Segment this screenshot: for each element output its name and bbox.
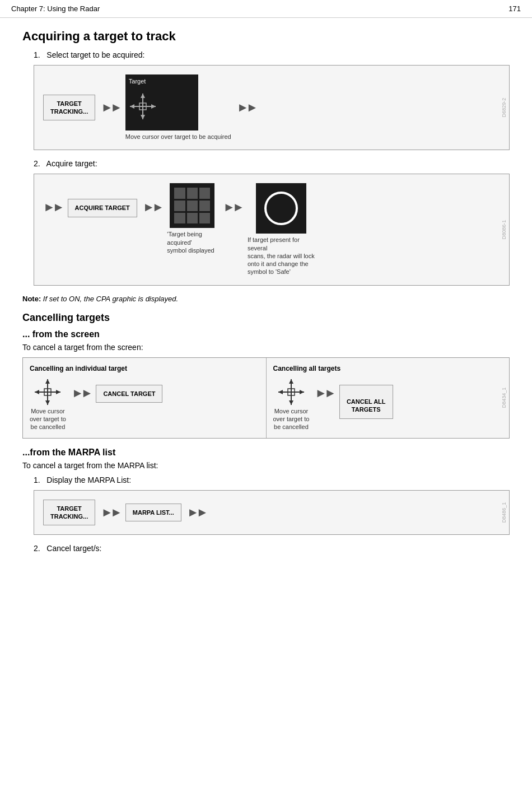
svg-marker-12: [56, 390, 60, 394]
arrow7: ►►: [315, 386, 334, 400]
svg-marker-18: [278, 390, 283, 394]
diagram2-caption2: If target present for several scans, the…: [248, 236, 315, 276]
diagram1-side-id: D6829-2: [501, 98, 507, 118]
sub2-text: To cancel a target from the MARPA list:: [22, 461, 510, 470]
col2-header: Cancelling all targets: [273, 365, 503, 372]
col2-caption: Move cursor over target to be cancelled: [273, 407, 310, 431]
page-header: Chapter 7: Using the Radar 171: [0, 0, 532, 18]
diagram3-cols: Cancelling an individual target: [23, 358, 509, 438]
note-content: If set to ON, the CPA graphic is display…: [43, 295, 178, 303]
cursor1-container: Move cursor over target to be cancelled: [30, 378, 66, 431]
crosshair-display: [129, 86, 157, 127]
diagram3-side-id: D8434_1: [501, 388, 507, 408]
diagram1-row: TARGET TRACKING... ►► Target: [43, 74, 500, 141]
section1-title: Acquiring a target to track: [22, 29, 510, 44]
note: Note: If set to ON, the CPA graphic is d…: [22, 295, 510, 303]
cursor2-container: Move cursor over target to be cancelled: [273, 378, 310, 431]
marpa-list-button[interactable]: MARPA LIST...: [125, 504, 181, 521]
diagram2-caption1: 'Target being acquired' symbol displayed: [167, 230, 217, 254]
step1-label: 1. Select target to be acquired:: [34, 50, 510, 59]
chapter-label: Chapter 7: Using the Radar: [11, 4, 100, 13]
target-tracking-button2[interactable]: TARGET TRACKING...: [43, 500, 95, 526]
col1-caption: Move cursor over target to be cancelled: [30, 407, 66, 431]
diagram1-caption: Move cursor over target to be acquired: [125, 133, 231, 141]
section2-title: Cancelling targets: [22, 312, 510, 324]
acquire-target-button[interactable]: ACQUIRE TARGET: [68, 199, 137, 217]
diagram3: Cancelling an individual target: [22, 357, 510, 439]
target-dark-box: Target: [125, 74, 198, 130]
arrow1: ►►: [101, 100, 120, 115]
svg-marker-9: [45, 379, 50, 384]
marpa-step1: 1. Display the MARPA List:: [34, 476, 510, 484]
svg-marker-10: [45, 400, 50, 405]
cancel-target-button[interactable]: CANCEL TARGET: [96, 385, 162, 403]
target-tracking-button[interactable]: TARGET TRACKING...: [43, 95, 95, 121]
target-cursor-container: Target: [125, 74, 231, 141]
col-all: Cancelling all targets Mov: [267, 358, 510, 438]
svg-marker-5: [151, 104, 156, 109]
svg-marker-11: [35, 390, 39, 394]
page-number: 171: [508, 4, 521, 13]
sub1-title: ... from the screen: [22, 329, 510, 339]
diagram2-side-id: D8086-1: [501, 220, 507, 240]
svg-marker-2: [141, 94, 145, 98]
arrow8: ►►: [101, 505, 120, 520]
svg-marker-4: [130, 104, 134, 109]
arrow6: ►►: [72, 386, 91, 400]
cancel-all-targets-button[interactable]: CANCEL ALL TARGETS: [339, 385, 393, 419]
diagram4-row: TARGET TRACKING... ►► MARPA LIST... ►►: [43, 500, 500, 526]
sub1-text: To cancel a target from the screen:: [22, 343, 510, 352]
arrow5: ►►: [223, 200, 242, 215]
acquiring-symbol-container: 'Target being acquired' symbol displayed: [167, 183, 217, 254]
cursor1-icon: [34, 378, 62, 406]
svg-marker-3: [141, 115, 145, 119]
diagram2-row: ►► ACQUIRE TARGET ►►: [43, 183, 500, 276]
diagram2: ►► ACQUIRE TARGET ►►: [34, 174, 510, 285]
safe-symbol: [256, 183, 306, 234]
diagram4: TARGET TRACKING... ►► MARPA LIST... ►► D…: [34, 490, 510, 535]
crosshair-icon: [129, 92, 157, 120]
marpa-step2: 2. Cancel target/s:: [34, 544, 510, 553]
diagram4-side-id: D8486_1: [501, 502, 507, 523]
col2-row: Move cursor over target to be cancelled …: [273, 378, 503, 431]
cursor2-icon: [277, 378, 305, 406]
acquiring-symbol: [170, 183, 214, 228]
step2-label: 2. Acquire target:: [34, 159, 510, 168]
page-content: Acquiring a target to track 1. Select ta…: [0, 18, 532, 570]
sub2-title: ...from the MARPA list: [22, 448, 510, 458]
safe-circle-icon: [264, 192, 298, 225]
arrow2: ►►: [237, 100, 256, 115]
svg-marker-16: [289, 379, 293, 384]
svg-marker-19: [300, 390, 304, 394]
svg-marker-17: [289, 400, 293, 405]
diagram1: TARGET TRACKING... ►► Target: [34, 65, 510, 150]
arrow4: ►►: [143, 200, 162, 215]
col-individual: Cancelling an individual target: [23, 358, 266, 438]
safe-symbol-container: If target present for several scans, the…: [248, 183, 315, 276]
note-label: Note:: [22, 295, 41, 303]
col1-row: Move cursor over target to be cancelled …: [30, 378, 259, 431]
col1-header: Cancelling an individual target: [30, 365, 259, 372]
arrow3: ►►: [43, 200, 62, 215]
arrow9: ►►: [187, 505, 206, 520]
